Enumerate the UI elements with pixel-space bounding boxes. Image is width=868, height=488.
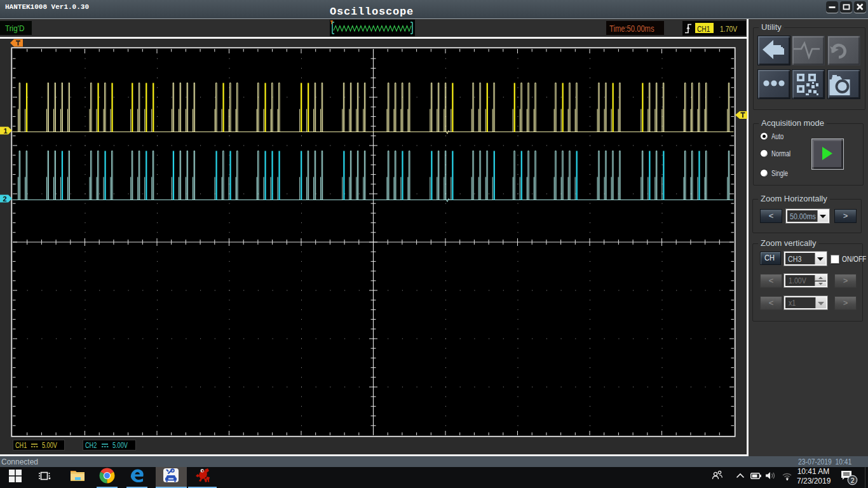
svg-text:1: 1 [4,127,8,135]
svg-text:2: 2 [851,477,855,484]
svg-text:2: 2 [3,195,7,203]
